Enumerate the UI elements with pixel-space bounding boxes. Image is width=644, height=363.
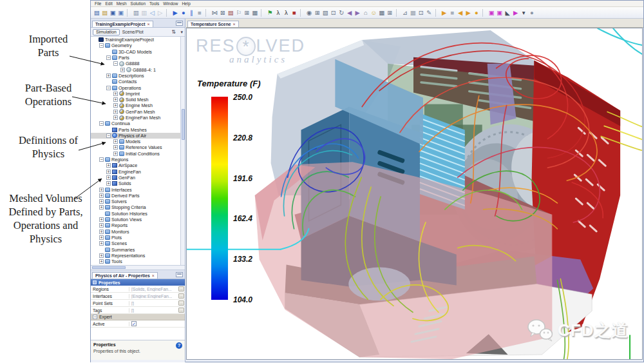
property-row[interactable]: Regions [Solids, EngineFan... ...	[91, 286, 185, 293]
expander-icon[interactable]	[99, 199, 104, 204]
tree-item[interactable]: Contacts	[91, 79, 185, 84]
new-scene-icon[interactable]: ▣	[488, 8, 496, 17]
expander-icon[interactable]	[106, 55, 111, 60]
3d-viewport[interactable]: RES * LVED analytics Temperature (F) 250…	[186, 28, 643, 360]
run-simulation-icon[interactable]: ▶	[171, 8, 180, 17]
close-icon[interactable]: ×	[233, 22, 236, 26]
tree-item[interactable]: Tools	[91, 259, 185, 264]
expander-icon[interactable]	[99, 259, 104, 264]
tab-training-example-project[interactable]: TrainingExampleProject ×	[92, 21, 153, 28]
save-view-icon[interactable]: ◉	[305, 8, 314, 17]
expander-icon[interactable]	[113, 145, 118, 150]
save-icon[interactable]: ▣	[109, 8, 117, 17]
tree-item[interactable]: Scenes	[91, 240, 185, 246]
record-animation-icon[interactable]: ●	[473, 8, 481, 17]
scene-plot-label[interactable]: Scene/Plot	[122, 30, 144, 34]
link-parts-icon[interactable]: ⊞	[243, 8, 251, 17]
menu-item[interactable]: File	[93, 1, 103, 6]
expander-icon[interactable]	[99, 253, 104, 258]
scrollbar-thumb[interactable]	[92, 266, 126, 269]
tree-item[interactable]: EngineFan Mesh	[91, 115, 185, 121]
tree-item[interactable]: Reports	[91, 222, 185, 228]
user-icon[interactable]: ☺	[370, 8, 378, 17]
clear-mesh-icon[interactable]: ⊠	[219, 8, 227, 17]
tree-item[interactable]: Parts Meshes	[91, 126, 185, 132]
tree-item[interactable]: Descriptions	[91, 73, 185, 79]
back-icon[interactable]: ◁	[148, 8, 156, 17]
expander-icon[interactable]	[106, 86, 111, 90]
expander-icon[interactable]	[106, 163, 111, 168]
tree-item[interactable]: 3D-CAD Models	[91, 49, 185, 55]
expander-icon[interactable]	[99, 230, 104, 234]
property-row[interactable]: Point Sets [] ...	[91, 300, 185, 307]
tree-item[interactable]: Solvers	[91, 199, 185, 204]
properties-section-header[interactable]: Properties	[91, 279, 185, 286]
stop-animation-icon[interactable]: ■	[448, 8, 457, 17]
tree-item[interactable]: Physics of Air	[91, 133, 185, 139]
tab-physics-of-air-properties[interactable]: Physics of Air - Properties ×	[92, 272, 158, 279]
active-property-row[interactable]: Active ✓	[91, 320, 185, 328]
mesh-display-icon[interactable]: ▦	[409, 8, 417, 17]
tree-item[interactable]: Reference Values	[91, 144, 185, 150]
spreadsheet-icon[interactable]: ⊞	[386, 8, 394, 17]
tree-item[interactable]: Engine Mesh	[91, 103, 185, 108]
help-circle-icon[interactable]: ●	[528, 8, 536, 17]
tree-item[interactable]: Solution Views	[91, 217, 185, 222]
tree-item[interactable]: Regions	[91, 157, 185, 162]
tree-item[interactable]: Models	[91, 139, 185, 144]
pointer-dropdown-icon[interactable]: ▶	[512, 8, 520, 17]
property-value[interactable]: []	[129, 308, 134, 313]
float-window-button[interactable]	[176, 21, 183, 26]
menu-item[interactable]: Edit	[103, 1, 114, 6]
previous-view-icon[interactable]: ◀	[346, 8, 354, 17]
tree-item[interactable]: Stopping Criteria	[91, 204, 185, 210]
ellipsis-button[interactable]: ...	[178, 300, 184, 306]
tree-item[interactable]: Imprint	[91, 91, 185, 97]
expander-icon[interactable]	[99, 188, 104, 192]
expander-icon[interactable]	[99, 121, 104, 126]
ellipsis-button[interactable]: ...	[178, 293, 184, 299]
select-tool-icon[interactable]: ⊡	[330, 8, 338, 17]
expander-icon[interactable]	[106, 74, 111, 78]
expander-icon[interactable]	[113, 139, 118, 144]
zoom-box-icon[interactable]: ▧	[321, 8, 330, 17]
property-row[interactable]: Tags [] ...	[91, 307, 185, 314]
expander-icon[interactable]	[113, 103, 118, 108]
rotate-view-icon[interactable]: ↻	[337, 8, 346, 17]
property-value[interactable]: [Solids, EngineFan...	[129, 287, 172, 291]
menu-item[interactable]: Solution	[129, 1, 148, 6]
tab-temperature-scene[interactable]: Temperature Scene ×	[187, 21, 239, 28]
tree-item[interactable]: G8888	[91, 61, 185, 66]
expander-icon[interactable]	[106, 170, 111, 174]
green-flag-icon[interactable]: ⚑	[266, 8, 274, 17]
dropdown-caret-icon[interactable]: ▾	[520, 8, 528, 17]
expander-icon[interactable]	[113, 61, 118, 66]
tree-item[interactable]: Operations	[91, 84, 185, 90]
generate-mesh-icon[interactable]: ⋈	[211, 8, 219, 17]
property-row[interactable]: Interfaces [Engine:EngineFan... ...	[91, 293, 185, 300]
expander-icon[interactable]	[113, 110, 118, 114]
expander-icon[interactable]	[120, 68, 125, 72]
close-icon[interactable]: ×	[147, 22, 149, 26]
paste-icon[interactable]: ▥	[140, 8, 149, 17]
expert-section-header[interactable]: − Expert	[91, 314, 185, 320]
collapse-icon[interactable]: −	[93, 315, 97, 319]
restore-view-icon[interactable]: ⊞	[314, 8, 322, 17]
flag-icon[interactable]: ⚐	[235, 8, 243, 17]
tree-item[interactable]: EngineFan	[91, 169, 185, 175]
table-icon[interactable]: ▦	[251, 8, 260, 17]
expander-icon[interactable]	[99, 241, 104, 246]
tree-item[interactable]: Parts	[91, 55, 185, 61]
dark-arrow-icon[interactable]: ◣	[504, 8, 512, 17]
expander-icon[interactable]	[99, 223, 104, 228]
new-report-icon[interactable]: ▤	[227, 8, 235, 17]
tree-item[interactable]: G8888-4: 1	[91, 66, 185, 72]
menu-item[interactable]: Mesh	[115, 1, 129, 6]
tree-item[interactable]: Solids	[91, 181, 185, 186]
sort-icon[interactable]: ⇅	[171, 29, 176, 35]
tree-item[interactable]: Summaries	[91, 246, 185, 252]
chevron-down-icon[interactable]: ▾	[180, 30, 183, 35]
tree-item[interactable]: Continua	[91, 121, 185, 126]
step-back-icon[interactable]: ◀	[457, 8, 465, 17]
run-person-icon[interactable]: λ	[282, 8, 290, 17]
